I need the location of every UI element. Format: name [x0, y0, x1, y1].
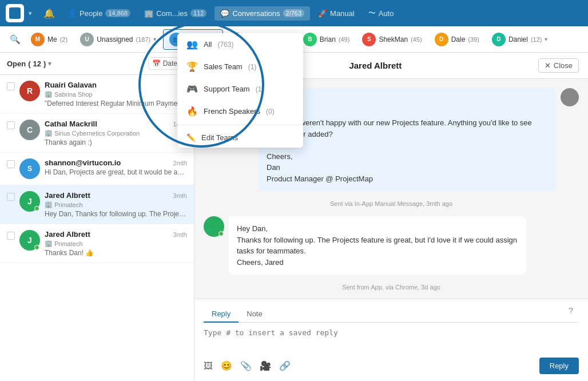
- conversation-item[interactable]: J Jared Albrett 3mth 🏢 Primatech Thanks …: [0, 224, 194, 263]
- companies-icon: 🏢: [144, 9, 153, 18]
- avatar: S: [19, 158, 40, 179]
- edit-teams-button[interactable]: ✏️ Edit Teams: [177, 128, 303, 148]
- reply-area: Reply Note ? 🖼 😊 📎 🎥 🔗 Reply: [194, 299, 588, 381]
- reply-button[interactable]: Reply: [539, 358, 579, 374]
- agent-tab-dale[interactable]: D Dale (39): [429, 30, 485, 49]
- message-meta: Sent from App, via Chrome, 3d ago: [204, 281, 579, 293]
- conversation-item[interactable]: R Ruairi Galavan 🏢 Sabrina Shop "Deferre…: [0, 75, 194, 114]
- avatar-dale: D: [435, 33, 448, 46]
- image-icon[interactable]: 🖼: [204, 361, 213, 371]
- dropdown-item-sales-team[interactable]: 🏆 Sales Team (1): [177, 55, 303, 78]
- sender-avatar: [204, 216, 224, 237]
- dropdown-item-support-team[interactable]: 🎮 Support Team (1): [177, 78, 303, 100]
- conversation-item[interactable]: C Cathal Mackrill 1mth 🏢 Sirius Cybernet…: [0, 114, 194, 153]
- emoji-icon[interactable]: 😊: [221, 360, 232, 371]
- conv-checkbox[interactable]: [7, 121, 15, 129]
- message-bubble: Hey Dan, Thanks for following up. The Pr…: [229, 216, 526, 275]
- nav-companies[interactable]: 🏢 Com...ies 112: [138, 6, 212, 21]
- sender-avatar: [561, 88, 579, 106]
- left-panel: Open (12) ▾ 📅 Date ▾ R Ruairi Galavan: [0, 53, 194, 381]
- agent-tab-brian[interactable]: B Brian (49): [297, 30, 356, 49]
- nav-conversations[interactable]: 💬 Conversations 2/763: [214, 6, 310, 21]
- chevron-daniel: ▾: [545, 36, 547, 42]
- link-icon[interactable]: 🔗: [279, 360, 291, 371]
- tab-note[interactable]: Note: [239, 306, 270, 323]
- company-icon: 🏢: [45, 90, 53, 98]
- conv-checkbox[interactable]: [7, 82, 15, 90]
- notification-bell[interactable]: 🔔: [39, 5, 59, 22]
- agent-tab-shekman[interactable]: S ShekMan (45): [356, 30, 427, 49]
- conversation-list: R Ruairi Galavan 🏢 Sabrina Shop "Deferre…: [0, 75, 194, 381]
- online-indicator: [34, 206, 39, 211]
- reply-toolbar: 🖼 😊 📎 🎥 🔗 Reply: [204, 358, 579, 374]
- avatar-shekman: S: [362, 33, 376, 46]
- logo[interactable]: [6, 4, 24, 22]
- dropdown-item-french-speakers[interactable]: 🔥 French Speakers (0): [177, 100, 303, 122]
- open-count-badge: Open (12) ▾: [7, 59, 51, 68]
- avatar-daniel: D: [492, 33, 506, 46]
- company-icon: 🏢: [45, 201, 53, 208]
- top-nav: ▾ 🔔 👤 People 14,868 🏢 Com...ies 112 💬 Co…: [0, 0, 588, 26]
- conversation-item[interactable]: S shannon@virtucon.io 2mth Hi Dan, Proje…: [0, 153, 194, 185]
- reply-input[interactable]: [204, 328, 579, 351]
- manual-icon: 🚀: [318, 9, 327, 18]
- open-chevron[interactable]: ▾: [48, 60, 51, 68]
- avatar: C: [19, 120, 40, 140]
- avatar-unassigned: U: [80, 33, 94, 46]
- dropdown-item-all[interactable]: 👥 All (763): [177, 33, 303, 55]
- avatar: J: [19, 191, 40, 212]
- conversation-item[interactable]: J Jared Albrett 3mth 🏢 Primatech Hey Dan…: [0, 185, 194, 224]
- chevron-unassigned: ▾: [153, 36, 156, 42]
- video-icon[interactable]: 🎥: [260, 360, 271, 371]
- avatar-me: M: [31, 33, 45, 46]
- avatar: R: [19, 81, 40, 101]
- agent-tab-me[interactable]: M Me (2): [25, 30, 73, 49]
- pencil-icon: ✏️: [186, 133, 196, 142]
- nav-manual[interactable]: 🚀 Manual: [312, 6, 360, 21]
- support-team-icon: 🎮: [186, 84, 198, 94]
- team-dropdown: 👥 All (763) 🏆 Sales Team (1) 🎮 Support T…: [177, 33, 303, 148]
- company-icon: 🏢: [45, 129, 53, 137]
- avatar: J: [19, 230, 40, 251]
- avatar-brian: B: [303, 33, 317, 46]
- search-button[interactable]: 🔍: [6, 30, 24, 49]
- nav-people[interactable]: 👤 People 14,868: [62, 6, 136, 21]
- help-icon[interactable]: ?: [569, 306, 579, 322]
- conversations-icon: 💬: [220, 9, 229, 18]
- agent-tab-unassigned[interactable]: U Unassigned (187) ▾: [74, 30, 162, 49]
- close-button[interactable]: ✕ Close: [538, 58, 579, 73]
- tab-reply[interactable]: Reply: [204, 306, 239, 323]
- conv-checkbox[interactable]: [7, 232, 15, 240]
- conv-checkbox[interactable]: [7, 160, 15, 168]
- company-icon: 🏢: [45, 240, 53, 247]
- auto-icon: 〜: [368, 8, 376, 18]
- sales-team-icon: 🏆: [186, 61, 198, 72]
- conv-checkbox[interactable]: [7, 193, 15, 201]
- all-icon: 👥: [186, 39, 198, 50]
- message-meta: Sent via In-App Manual Message, 3mth ago: [204, 198, 579, 209]
- agent-tab-daniel[interactable]: D Daniel (12) ▾: [486, 30, 554, 49]
- message-incoming: Hey Dan, Thanks for following up. The Pr…: [204, 216, 579, 275]
- dropdown-divider: [177, 125, 303, 125]
- nav-auto[interactable]: 〜 Auto: [363, 5, 400, 21]
- calendar-icon: 📅: [152, 59, 161, 68]
- message-bubble: Hi Jared, I saw you weren't happy with o…: [259, 88, 556, 191]
- nav-dropdown-chevron[interactable]: ▾: [29, 10, 32, 17]
- left-header: Open (12) ▾ 📅 Date ▾: [0, 53, 194, 75]
- reply-tabs: Reply Note ?: [204, 306, 579, 323]
- attachment-icon[interactable]: 📎: [240, 360, 252, 371]
- french-speakers-icon: 🔥: [186, 106, 198, 117]
- online-indicator: [218, 231, 224, 236]
- online-indicator: [34, 245, 39, 250]
- close-icon: ✕: [545, 61, 551, 70]
- people-icon: 👤: [67, 9, 77, 18]
